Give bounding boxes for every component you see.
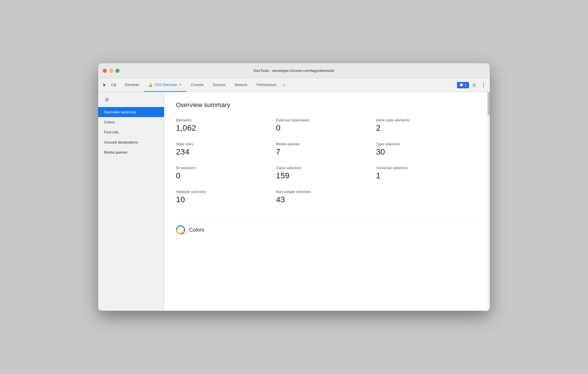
stat-non-simple-selectors: Non-simple selectors 43: [276, 190, 376, 204]
stat-attribute-selectors: Attribute selectors 10: [176, 190, 276, 204]
settings-icon[interactable]: [470, 81, 478, 89]
content-area: Overview summary Elements 1,062 External…: [164, 92, 488, 311]
sidebar-item-unused-declarations[interactable]: Unused declarations: [98, 137, 164, 147]
stats-grid: Elements 1,062 External stylesheets 0 In…: [176, 118, 476, 204]
sidebar: ⊘ Overview summary Colors Font info Unus…: [98, 92, 164, 311]
sidebar-item-media-queries[interactable]: Media queries: [98, 147, 164, 157]
tab-close-icon[interactable]: ✕: [179, 83, 182, 87]
page-title: Overview summary: [176, 101, 476, 109]
tab-bar: Elements 🔔 CSS Overview ✕ Console Source…: [98, 78, 490, 92]
more-options-icon[interactable]: [479, 81, 488, 89]
stat-external-stylesheets: External stylesheets 0: [276, 118, 376, 133]
svg-point-7: [178, 228, 183, 232]
window-title: DevTools - developer.chrome.com/tags/dev…: [254, 68, 334, 73]
sidebar-item-colors[interactable]: Colors: [98, 117, 164, 127]
stat-elements: Elements 1,062: [176, 118, 276, 133]
stat-type-selectors: Type selectors 30: [376, 142, 476, 157]
tab-network[interactable]: Network: [230, 78, 252, 92]
svg-point-5: [483, 86, 484, 87]
scrollbar-thumb[interactable]: [488, 92, 490, 115]
sidebar-header: ⊘: [98, 92, 164, 107]
main-panel: Overview summary Elements 1,062 External…: [164, 92, 488, 311]
colors-label: Colors: [189, 227, 204, 233]
sidebar-item-overview-summary[interactable]: Overview summary: [98, 107, 164, 117]
chat-icon: 💬: [459, 83, 464, 87]
cursor-icon[interactable]: [100, 81, 109, 89]
colors-section: Colors: [176, 225, 476, 239]
no-entry-icon[interactable]: ⊘: [103, 96, 111, 104]
maximize-button[interactable]: [115, 69, 120, 73]
stat-media-queries: Media queries 7: [276, 142, 376, 157]
svg-point-3: [483, 83, 484, 84]
title-bar: DevTools - developer.chrome.com/tags/dev…: [98, 63, 490, 78]
colors-icon: [176, 225, 185, 234]
scrollbar-track[interactable]: [488, 92, 490, 311]
browser-window: DevTools - developer.chrome.com/tags/dev…: [98, 63, 490, 311]
traffic-lights: [103, 69, 120, 73]
tab-sources[interactable]: Sources: [208, 78, 230, 92]
tabs: Elements 🔔 CSS Overview ✕ Console Source…: [120, 78, 457, 92]
stat-class-selectors: Class selectors 159: [276, 166, 376, 180]
stat-placeholder: [376, 190, 476, 204]
stat-inline-style-elements: Inline style elements 2: [376, 118, 476, 133]
minimize-button[interactable]: [109, 69, 113, 73]
svg-point-4: [483, 85, 484, 85]
devtools-body: ⊘ Overview summary Colors Font info Unus…: [98, 92, 490, 311]
tab-performance[interactable]: Performance: [252, 78, 281, 92]
close-button[interactable]: [103, 69, 107, 73]
toolbar-right: 💬 1: [457, 78, 488, 92]
stat-style-rules: Style rules 234: [176, 142, 276, 157]
sidebar-item-font-info[interactable]: Font info: [98, 127, 164, 137]
toolbar-left: [100, 78, 118, 92]
svg-rect-0: [112, 84, 115, 86]
tab-css-overview[interactable]: 🔔 CSS Overview ✕: [144, 78, 186, 92]
tab-console[interactable]: Console: [186, 78, 208, 92]
svg-rect-1: [115, 84, 116, 86]
tab-elements[interactable]: Elements: [120, 78, 144, 92]
device-toggle-icon[interactable]: [110, 81, 118, 89]
svg-point-2: [474, 85, 475, 86]
section-divider: [176, 218, 476, 218]
stat-id-selectors: ID selectors 0: [176, 166, 276, 180]
more-tabs-button[interactable]: »: [281, 78, 288, 92]
stat-universal-selectors: Universal selectors 1: [376, 166, 476, 180]
sidebar-nav: Overview summary Colors Font info Unused…: [98, 107, 164, 157]
feedback-button[interactable]: 💬 1: [457, 82, 469, 88]
